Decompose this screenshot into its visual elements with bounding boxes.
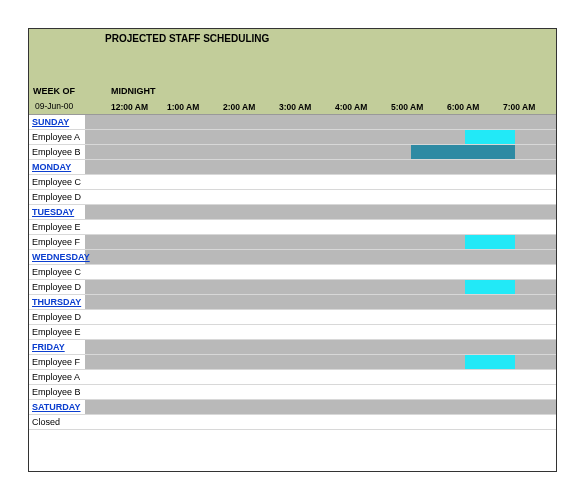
schedule-segment: [465, 355, 515, 369]
day-header-row: SUNDAY: [29, 115, 556, 130]
schedule-segment: [465, 130, 515, 144]
day-label: SUNDAY: [29, 117, 85, 127]
employee-label: Employee E: [29, 222, 85, 232]
bar-area: [85, 325, 556, 339]
employee-label: Closed: [29, 417, 85, 427]
schedule-segment: [85, 355, 465, 369]
day-header-row: FRIDAY: [29, 340, 556, 355]
employee-row: Employee A: [29, 370, 556, 385]
day-header-row: TUESDAY: [29, 205, 556, 220]
bar-area: [85, 400, 556, 414]
day-header-row: WEDNESDAY: [29, 250, 556, 265]
employee-label: Employee C: [29, 267, 85, 277]
hour-header: 4:00 AM: [335, 102, 391, 112]
bar-area: [85, 355, 556, 369]
hour-header: 12:00 AM: [111, 102, 167, 112]
schedule-segment: [85, 235, 465, 249]
day-label: TUESDAY: [29, 207, 85, 217]
day-label: SATURDAY: [29, 402, 85, 412]
midnight-label: MIDNIGHT: [111, 86, 156, 96]
schedule-segment: [85, 280, 465, 294]
day-bar: [85, 250, 556, 264]
hour-header: 2:00 AM: [223, 102, 279, 112]
bar-area: [85, 190, 556, 204]
schedule-sheet: PROJECTED STAFF SCHEDULING WEEK OF MIDNI…: [28, 28, 557, 472]
employee-label: Employee A: [29, 132, 85, 142]
employee-row: Employee D: [29, 280, 556, 295]
bar-area: [85, 115, 556, 129]
employee-row: Employee E: [29, 220, 556, 235]
schedule-segment: [515, 280, 557, 294]
bar-area: [85, 370, 556, 384]
bar-area: [85, 265, 556, 279]
day-label: MONDAY: [29, 162, 85, 172]
bar-area: [85, 385, 556, 399]
week-date: 09-Jun-00: [35, 101, 73, 111]
hours-row: 12:00 AM1:00 AM2:00 AM3:00 AM4:00 AM5:00…: [111, 102, 557, 112]
week-of-label: WEEK OF: [33, 86, 75, 96]
schedule-segment: [85, 130, 465, 144]
schedule-segment: [465, 280, 515, 294]
day-label: FRIDAY: [29, 342, 85, 352]
schedule-rows: SUNDAYEmployee AEmployee BMONDAYEmployee…: [29, 115, 556, 430]
employee-row: Closed: [29, 415, 556, 430]
hour-header: 3:00 AM: [279, 102, 335, 112]
day-header-row: MONDAY: [29, 160, 556, 175]
schedule-segment: [515, 130, 557, 144]
day-header-row: THURSDAY: [29, 295, 556, 310]
hour-header: 5:00 AM: [391, 102, 447, 112]
employee-row: Employee B: [29, 385, 556, 400]
bar-area: [85, 415, 556, 429]
hour-header: 1:00 AM: [167, 102, 223, 112]
bar-area: [85, 250, 556, 264]
schedule-segment: [515, 235, 557, 249]
day-bar: [85, 295, 556, 309]
day-bar: [85, 205, 556, 219]
bar-area: [85, 295, 556, 309]
schedule-segment: [515, 145, 557, 159]
employee-label: Employee B: [29, 387, 85, 397]
day-label: THURSDAY: [29, 297, 85, 307]
employee-label: Employee F: [29, 357, 85, 367]
hour-header: 7:00 AM: [503, 102, 557, 112]
bar-area: [85, 280, 556, 294]
bar-area: [85, 235, 556, 249]
employee-label: Employee D: [29, 312, 85, 322]
sheet-title: PROJECTED STAFF SCHEDULING: [105, 33, 269, 44]
employee-row: Employee D: [29, 190, 556, 205]
employee-row: Employee F: [29, 235, 556, 250]
day-header-row: SATURDAY: [29, 400, 556, 415]
header-band: PROJECTED STAFF SCHEDULING WEEK OF MIDNI…: [29, 29, 556, 115]
employee-row: Employee C: [29, 175, 556, 190]
day-bar: [85, 400, 556, 414]
schedule-segment: [85, 145, 411, 159]
bar-area: [85, 205, 556, 219]
schedule-segment: [411, 145, 515, 159]
bar-area: [85, 130, 556, 144]
schedule-segment: [465, 235, 515, 249]
employee-row: Employee C: [29, 265, 556, 280]
employee-label: Employee E: [29, 327, 85, 337]
bar-area: [85, 220, 556, 234]
bar-area: [85, 340, 556, 354]
employee-label: Employee B: [29, 147, 85, 157]
employee-label: Employee A: [29, 372, 85, 382]
bar-area: [85, 160, 556, 174]
employee-label: Employee D: [29, 192, 85, 202]
schedule-segment: [515, 355, 557, 369]
employee-label: Employee D: [29, 282, 85, 292]
employee-label: Employee F: [29, 237, 85, 247]
bar-area: [85, 175, 556, 189]
day-bar: [85, 160, 556, 174]
bar-area: [85, 310, 556, 324]
day-bar: [85, 340, 556, 354]
bar-area: [85, 145, 556, 159]
employee-row: Employee D: [29, 310, 556, 325]
employee-row: Employee A: [29, 130, 556, 145]
day-label: WEDNESDAY: [29, 252, 85, 262]
employee-row: Employee F: [29, 355, 556, 370]
employee-row: Employee B: [29, 145, 556, 160]
day-bar: [85, 115, 556, 129]
employee-row: Employee E: [29, 325, 556, 340]
employee-label: Employee C: [29, 177, 85, 187]
